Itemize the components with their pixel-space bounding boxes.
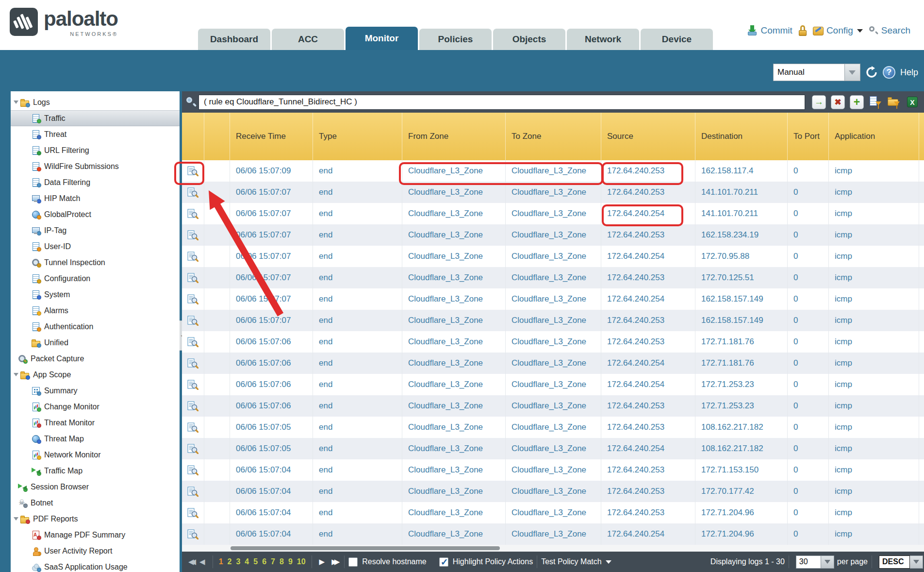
sidebar-item-logs[interactable]: Logs <box>11 94 180 110</box>
column-header-receive_time[interactable]: Receive Time <box>230 113 313 160</box>
cell-detail[interactable] <box>182 160 204 182</box>
log-table-row[interactable]: 06/06 15:07:06endCloudflare_L3_ZoneCloud… <box>182 395 924 417</box>
sidebar-item-threat-map[interactable]: Threat Map <box>11 431 180 447</box>
sidebar-item-pdf-reports[interactable]: PDF Reports <box>11 511 180 527</box>
per-page-dropdown-button[interactable] <box>821 555 834 569</box>
page-number-1[interactable]: 1 <box>219 557 223 566</box>
cell-detail[interactable] <box>182 481 204 502</box>
sidebar-item-configuration[interactable]: Configuration <box>11 270 180 286</box>
sidebar-item-authentication[interactable]: Authentication <box>11 319 180 335</box>
cell-detail[interactable] <box>182 331 204 353</box>
cell-detail[interactable] <box>182 267 204 288</box>
highlight-policy-actions-checkbox[interactable] <box>439 557 448 567</box>
sort-order-select[interactable]: DESC <box>879 555 923 569</box>
tab-policies[interactable]: Policies <box>419 29 492 50</box>
tab-acc[interactable]: ACC <box>272 29 344 50</box>
sidebar-item-data-filtering[interactable]: Data Filtering <box>11 174 180 190</box>
filter-builder-icon[interactable] <box>869 95 882 109</box>
sidebar-item-system[interactable]: System <box>11 286 180 303</box>
page-number-3[interactable]: 3 <box>236 557 240 566</box>
next-page-button[interactable]: ▶ <box>316 557 329 566</box>
sidebar-item-manage-pdf-summary[interactable]: Manage PDF Summary <box>11 527 180 543</box>
page-number-5[interactable]: 5 <box>253 557 258 566</box>
config-dropdown-button[interactable]: Config <box>813 25 863 36</box>
apply-filter-icon[interactable]: → <box>812 95 826 109</box>
sidebar-item-threat[interactable]: Threat <box>11 126 180 142</box>
sidebar-item-app-scope[interactable]: App Scope <box>11 367 180 383</box>
log-table-row[interactable]: 06/06 15:07:06endCloudflare_L3_ZoneCloud… <box>182 331 924 353</box>
log-detail-icon[interactable] <box>187 358 198 369</box>
commit-button[interactable]: Commit <box>747 25 792 36</box>
column-header-detail[interactable] <box>182 113 204 160</box>
sidebar-item-hip-match[interactable]: HIP Match <box>11 190 180 206</box>
expand-triangle-icon[interactable] <box>14 373 18 376</box>
resolve-hostname-checkbox[interactable] <box>348 557 358 567</box>
refresh-interval-select[interactable]: Manual <box>773 64 860 81</box>
refresh-icon[interactable] <box>865 66 878 79</box>
sidebar-item-alarms[interactable]: Alarms <box>11 303 180 319</box>
lock-icon[interactable] <box>798 25 807 36</box>
log-table-row[interactable]: 06/06 15:07:07endCloudflare_L3_ZoneCloud… <box>182 182 924 203</box>
column-header-from_zone[interactable]: From Zone <box>402 113 506 160</box>
sidebar-item-unified[interactable]: Unified <box>11 335 180 351</box>
sidebar-item-traffic-map[interactable]: Traffic Map <box>11 463 180 479</box>
log-detail-icon[interactable] <box>187 273 198 283</box>
log-table-row[interactable]: 06/06 15:07:07endCloudflare_L3_ZoneCloud… <box>182 224 924 246</box>
log-table-row[interactable]: 06/06 15:07:05endCloudflare_L3_ZoneCloud… <box>182 417 924 438</box>
prev-page-button[interactable]: ◀ <box>196 557 209 566</box>
clear-filter-icon[interactable]: ✖ <box>831 95 845 109</box>
sidebar-item-tunnel-inspection[interactable]: Tunnel Inspection <box>11 254 180 270</box>
log-detail-icon[interactable] <box>187 294 198 304</box>
cell-detail[interactable] <box>182 224 204 246</box>
column-header-spacer[interactable] <box>204 113 230 160</box>
cell-detail[interactable] <box>182 417 204 438</box>
refresh-interval-dropdown-button[interactable] <box>845 64 860 81</box>
cell-detail[interactable] <box>182 502 204 523</box>
sidebar-item-summary[interactable]: Summary <box>11 383 180 399</box>
log-detail-icon[interactable] <box>187 337 198 347</box>
log-detail-icon[interactable] <box>187 487 198 497</box>
sidebar-item-user-activity-report[interactable]: User Activity Report <box>11 543 180 559</box>
page-number-2[interactable]: 2 <box>228 557 232 566</box>
log-table-row[interactable]: 06/06 15:07:04endCloudflare_L3_ZoneCloud… <box>182 523 924 545</box>
page-number-10[interactable]: 10 <box>297 557 306 566</box>
tab-objects[interactable]: Objects <box>493 29 565 50</box>
cell-detail[interactable] <box>182 374 204 395</box>
tab-dashboard[interactable]: Dashboard <box>198 29 270 50</box>
log-table-row[interactable]: 06/06 15:07:04endCloudflare_L3_ZoneCloud… <box>182 502 924 523</box>
log-detail-icon[interactable] <box>187 187 198 198</box>
cell-detail[interactable] <box>182 288 204 310</box>
cell-detail[interactable] <box>182 523 204 545</box>
sidebar-item-globalprotect[interactable]: GlobalProtect <box>11 206 180 222</box>
log-detail-icon[interactable] <box>187 444 198 454</box>
export-csv-icon[interactable]: X <box>906 95 919 109</box>
cell-detail[interactable] <box>182 310 204 331</box>
sidebar-item-botnet[interactable]: Botnet <box>11 495 180 511</box>
add-filter-icon[interactable]: + <box>850 95 864 109</box>
cell-detail[interactable] <box>182 246 204 267</box>
page-number-6[interactable]: 6 <box>262 557 266 566</box>
log-detail-icon[interactable] <box>187 422 198 433</box>
column-header-to_zone[interactable]: To Zone <box>506 113 601 160</box>
tab-device[interactable]: Device <box>641 29 713 50</box>
test-policy-match-button[interactable]: Test Policy Match <box>541 557 611 566</box>
log-table-row[interactable]: 06/06 15:07:06endCloudflare_L3_ZoneCloud… <box>182 353 924 374</box>
page-number-7[interactable]: 7 <box>271 557 275 566</box>
column-header-application[interactable]: Application <box>829 113 919 160</box>
horizontal-scrollbar-thumb[interactable] <box>231 546 500 550</box>
per-page-select[interactable]: 30 <box>796 555 834 569</box>
expand-triangle-icon[interactable] <box>14 517 18 521</box>
cell-detail[interactable] <box>182 353 204 374</box>
column-header-to_port[interactable]: To Port <box>788 113 829 160</box>
log-table-row[interactable]: 06/06 15:07:07endCloudflare_L3_ZoneCloud… <box>182 246 924 267</box>
log-table-row[interactable]: 06/06 15:07:07endCloudflare_L3_ZoneCloud… <box>182 288 924 310</box>
log-detail-icon[interactable] <box>187 380 198 390</box>
log-detail-icon[interactable] <box>187 401 198 411</box>
first-page-button[interactable]: ◀◀ <box>185 557 196 566</box>
log-detail-icon[interactable] <box>187 316 198 326</box>
sidebar-item-packet-capture[interactable]: Packet Capture <box>11 351 180 367</box>
tab-network[interactable]: Network <box>567 29 639 50</box>
page-number-8[interactable]: 8 <box>280 557 284 566</box>
filter-query-input[interactable] <box>198 95 805 110</box>
cell-detail[interactable] <box>182 395 204 417</box>
